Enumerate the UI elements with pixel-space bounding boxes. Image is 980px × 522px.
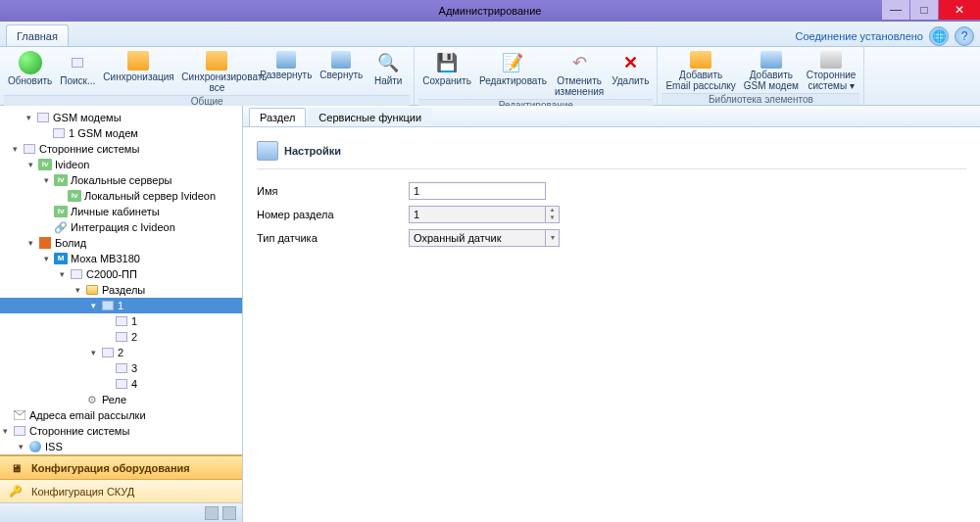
tree-personal[interactable]: ivЛичные кабинеты	[0, 204, 242, 219]
tree-email-addresses[interactable]: Адреса email рассылки	[0, 407, 242, 423]
refresh-button[interactable]: Обновить	[4, 49, 56, 95]
third-party-button[interactable]: Сторонние системы ▾	[803, 49, 860, 93]
select-sensor-type[interactable]: Охранный датчик	[409, 229, 546, 247]
twisty-icon[interactable]: ▾	[24, 113, 33, 122]
collapse-icon	[331, 51, 351, 69]
twisty-icon[interactable]: ▾	[10, 144, 20, 154]
expand-button[interactable]: Развернуть	[256, 49, 316, 95]
tree-moxa[interactable]: ▾MMoxa MB3180	[0, 251, 242, 266]
twisty-icon[interactable]: ▾	[88, 301, 98, 310]
find-button[interactable]: 🔍Найти	[367, 49, 410, 95]
twisty-icon[interactable]: ▾	[41, 254, 51, 263]
tree-third-party[interactable]: ▾Сторонние системы	[0, 141, 242, 157]
globe-icon[interactable]: 🌐	[929, 26, 949, 46]
save-icon: 💾	[435, 51, 459, 74]
help-icon[interactable]: ?	[955, 26, 974, 46]
tree[interactable]: ▾GSM модемы 1 GSM модем ▾Сторонние систе…	[0, 106, 242, 454]
undo-icon: ↶	[567, 51, 591, 74]
ribbon: Обновить Поиск... Синхронизация Синхрони…	[0, 47, 980, 106]
input-number[interactable]: 1	[409, 206, 546, 223]
third-party-icon	[820, 51, 842, 69]
razdel-icon	[100, 299, 116, 312]
delete-button[interactable]: ✕Удалить	[608, 49, 653, 99]
collapse-button[interactable]: Свернуть	[316, 49, 367, 95]
sync-all-button[interactable]: Синхронизировать все	[177, 49, 256, 95]
tree-gsm-modems[interactable]: ▾GSM модемы	[0, 110, 242, 125]
ivideon-icon: iv	[53, 173, 69, 187]
tree-razdel-1[interactable]: ▾1	[0, 298, 242, 313]
row-sensor-type: Тип датчика Охранный датчик ▾	[257, 226, 966, 250]
mail-icon	[12, 408, 27, 422]
twisty-icon[interactable]: ▾	[57, 269, 67, 279]
label-name: Имя	[257, 185, 409, 197]
row-name: Имя 1	[257, 179, 966, 203]
bolid-icon	[37, 236, 53, 250]
tree-item-2[interactable]: 2	[0, 329, 242, 345]
twisty-icon[interactable]: ▾	[25, 160, 35, 169]
left-pane: ▾GSM модемы 1 GSM модем ▾Сторонние систе…	[0, 106, 243, 522]
twisty-icon[interactable]: ▾	[88, 348, 98, 357]
twisty-icon[interactable]: ▾	[73, 285, 82, 295]
spinner-number[interactable]: ▲▼	[546, 206, 560, 223]
label-sensor-type: Тип датчика	[257, 232, 409, 244]
chevron-down-icon[interactable]: ▾	[546, 229, 560, 247]
left-pane-footer	[0, 502, 242, 522]
right-pane: Раздел Сервисные функции Настройки Имя 1…	[243, 106, 980, 522]
accordion-equipment[interactable]: 🖥Конфигурация оборудования	[0, 455, 242, 479]
add-email-button[interactable]: Добавить Email рассылку	[662, 49, 739, 93]
footer-icon-1[interactable]	[205, 506, 219, 520]
edit-icon: 📝	[501, 51, 524, 74]
sensor-icon	[114, 330, 129, 344]
folder-icon	[12, 424, 27, 438]
tree-razdel-2[interactable]: ▾2	[0, 345, 242, 360]
twisty-icon[interactable]: ▾	[25, 238, 35, 248]
delete-icon: ✕	[618, 51, 642, 74]
tab-main[interactable]: Главная	[6, 24, 69, 46]
tree-local-srv-ivideon[interactable]: ivЛокальный сервер Ivideon	[0, 188, 242, 204]
tree-item-1[interactable]: 1	[0, 313, 242, 329]
search-button[interactable]: Поиск...	[56, 49, 99, 95]
accordion-skud[interactable]: 🔑Конфигурация СКУД	[0, 479, 242, 502]
close-button[interactable]: ✕	[939, 0, 980, 20]
refresh-icon	[19, 51, 42, 74]
tree-third-party-2[interactable]: ▾Сторонние системы	[0, 423, 242, 439]
connection-status-area: Соединение установлено 🌐 ?	[795, 26, 974, 46]
footer-icon-2[interactable]	[222, 506, 236, 520]
tree-integration-ivideon[interactable]: 🔗Интеграция с Ivideon	[0, 219, 242, 235]
tree-ivideon[interactable]: ▾ivIvideon	[0, 157, 242, 172]
link-icon: 🔗	[53, 220, 69, 234]
tree-item-3[interactable]: 3	[0, 360, 242, 376]
tree-s2000pp[interactable]: ▾С2000-ПП	[0, 266, 242, 282]
tree-rele[interactable]: ⚙Реле	[0, 392, 242, 407]
minimize-button[interactable]: —	[882, 0, 909, 20]
save-button[interactable]: 💾Сохранить	[418, 49, 475, 99]
tab-razdel[interactable]: Раздел	[249, 108, 306, 126]
chevron-up-icon: ▲	[546, 207, 559, 214]
expand-icon	[276, 51, 296, 69]
twisty-icon[interactable]: ▾	[16, 442, 25, 451]
tree-iss[interactable]: ▾ISS	[0, 439, 242, 454]
tree-local-servers[interactable]: ▾ivЛокальные серверы	[0, 172, 242, 188]
maximize-button[interactable]: □	[910, 0, 938, 20]
ivideon-icon: iv	[67, 189, 82, 203]
row-number: Номер раздела 1 ▲▼	[257, 203, 966, 226]
window-title: Администрирование	[439, 5, 542, 17]
add-gsm-button[interactable]: Добавить GSM модем	[740, 49, 803, 93]
label-number: Номер раздела	[257, 209, 409, 220]
tab-service-functions[interactable]: Сервисные функции	[308, 108, 432, 126]
cancel-changes-button[interactable]: ↶Отменить изменения	[551, 49, 608, 99]
sync-button[interactable]: Синхронизация	[99, 49, 177, 95]
tree-bolid[interactable]: ▾Болид	[0, 235, 242, 251]
tree-razdely[interactable]: ▾Разделы	[0, 282, 242, 298]
input-name[interactable]: 1	[409, 182, 546, 200]
ribbon-tabrow: Главная Соединение установлено 🌐 ?	[0, 22, 980, 47]
twisty-icon[interactable]: ▾	[41, 175, 51, 185]
edit-button[interactable]: 📝Редактировать	[475, 49, 551, 99]
tree-item-4[interactable]: 4	[0, 376, 242, 392]
skud-icon: 🔑	[8, 485, 24, 498]
folder-icon	[22, 142, 37, 156]
twisty-icon[interactable]: ▾	[0, 426, 10, 436]
connection-status-text: Соединение установлено	[795, 30, 923, 42]
relay-icon: ⚙	[84, 393, 100, 406]
tree-gsm-1[interactable]: 1 GSM модем	[0, 125, 242, 141]
